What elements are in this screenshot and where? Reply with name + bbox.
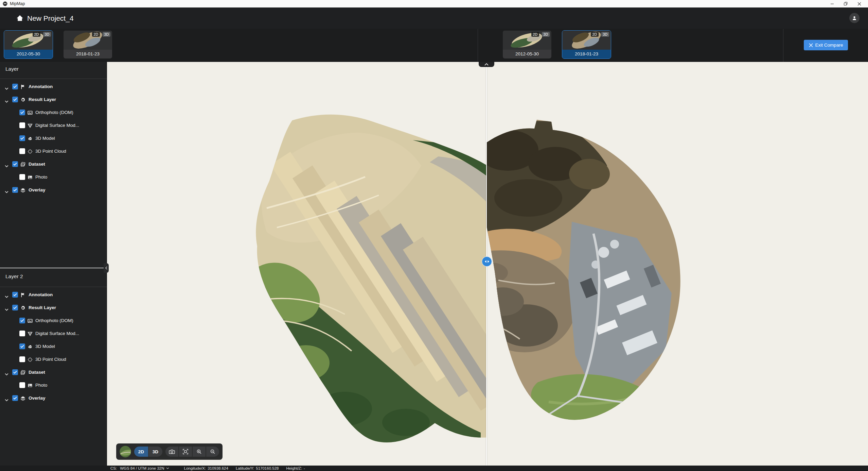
layer-row-result-layer[interactable]: Result Layer	[0, 95, 107, 105]
orthophoto-icon	[28, 318, 33, 323]
badge-3d[interactable]: 3D	[103, 32, 110, 37]
checkbox-checked[interactable]	[12, 292, 18, 298]
close-button[interactable]	[852, 0, 866, 7]
chevron-down-icon[interactable]	[5, 397, 8, 403]
layer-row-annotation[interactable]: Annotation	[0, 82, 107, 92]
layer2-row-annotation[interactable]: Annotation	[0, 290, 107, 300]
divider	[0, 79, 107, 79]
checkbox-checked[interactable]	[12, 187, 18, 193]
checkbox-checked[interactable]	[12, 161, 18, 167]
chevron-down-icon	[166, 467, 169, 469]
checkbox-checked[interactable]	[12, 97, 18, 102]
coordinate-system-selector[interactable]: CS: WGS 84 / UTM zone 32N	[110, 466, 169, 470]
checkbox-checked[interactable]	[12, 84, 18, 89]
chevron-down-icon[interactable]	[5, 85, 8, 91]
badge-2d[interactable]: 2D	[591, 32, 599, 37]
chevron-up-icon	[484, 63, 489, 66]
layer-row-overlay[interactable]: Overlay	[0, 185, 107, 195]
left-right-arrows-icon	[484, 260, 490, 263]
checkbox-unchecked[interactable]	[19, 356, 25, 362]
layer2-row-dsm[interactable]: Digital Surface Mod...	[0, 329, 107, 339]
checkbox-checked[interactable]	[19, 135, 25, 141]
dataset-thumb-right-2012[interactable]: 2D 3D 2012-05-30	[503, 31, 551, 58]
chevron-down-icon[interactable]	[5, 293, 8, 299]
layer2-row-orthophoto[interactable]: Orthophoto (DOM)	[0, 316, 107, 326]
zoom-in-button[interactable]	[193, 447, 206, 457]
sidebar-collapse-handle[interactable]	[104, 263, 109, 273]
layer2-row-3d-model[interactable]: 3D Model	[0, 341, 107, 352]
chevron-down-icon[interactable]	[5, 98, 8, 104]
badge-2d[interactable]: 2D	[33, 32, 40, 37]
badge-2d[interactable]: 2D	[531, 32, 539, 37]
point-cloud-icon	[28, 357, 33, 362]
overlay-icon	[20, 396, 25, 401]
zoom-out-button[interactable]	[206, 447, 219, 457]
exit-compare-button[interactable]: Exit Compare	[804, 40, 848, 50]
zoom-out-icon	[210, 449, 215, 454]
badge-icon	[20, 305, 25, 310]
checkbox-checked[interactable]	[12, 305, 18, 310]
chevron-down-icon[interactable]	[5, 306, 8, 312]
dataset-date-label: 2018-01-23	[562, 50, 611, 58]
checkbox-checked[interactable]	[19, 318, 25, 323]
dataset-thumb-left-2012[interactable]: 2D 3D 2012-05-30	[4, 31, 53, 58]
collapse-thumbbar-tab[interactable]	[479, 62, 494, 67]
longitude-readout: Longitude/X: 310938.624	[184, 466, 228, 470]
longitude-label: Longitude/X:	[184, 466, 206, 470]
checkbox-checked[interactable]	[12, 395, 18, 401]
chevron-down-icon[interactable]	[5, 371, 8, 377]
badge-3d[interactable]: 3D	[542, 32, 550, 37]
dataset-thumb-right-2018[interactable]: 2D 3D 2018-01-23	[562, 31, 611, 58]
checkbox-unchecked[interactable]	[19, 174, 25, 180]
compare-thumbnail-bar: 2D 3D 2012-05-30 2D 3D 2018-01-23 2D 3D	[0, 29, 868, 62]
cs-label: CS:	[110, 466, 117, 470]
dataset-icon	[20, 370, 25, 375]
compare-slider-handle[interactable]	[482, 256, 492, 267]
window-title: MipMap	[10, 1, 25, 6]
orthophoto-icon	[28, 110, 33, 115]
badge-3d[interactable]: 3D	[43, 32, 51, 37]
checkbox-checked[interactable]	[19, 343, 25, 349]
dataset-thumb-left-2018[interactable]: 2D 3D 2018-01-23	[64, 31, 112, 58]
badge-3d[interactable]: 3D	[601, 32, 609, 37]
app-logo-icon	[3, 1, 7, 6]
checkbox-unchecked[interactable]	[19, 382, 25, 388]
layer2-row-point-cloud[interactable]: 3D Point Cloud	[0, 354, 107, 365]
layer2-row-photo[interactable]: Photo	[0, 380, 107, 390]
checkbox-unchecked[interactable]	[19, 148, 25, 154]
checkbox-checked[interactable]	[12, 369, 18, 375]
latitude-readout: Latitude/Y: 5170160.528	[236, 466, 279, 470]
chevron-down-icon[interactable]	[5, 163, 8, 169]
longitude-value: 310938.624	[208, 466, 228, 470]
checkbox-checked[interactable]	[19, 110, 25, 115]
panel-splitter[interactable]	[0, 268, 106, 268]
layer-row-point-cloud[interactable]: 3D Point Cloud	[0, 146, 107, 156]
cs-value: WGS 84 / UTM zone 32N	[120, 466, 164, 470]
checkbox-unchecked[interactable]	[19, 331, 25, 336]
view-2d-button[interactable]: 2D	[134, 447, 148, 457]
layer-row-dataset[interactable]: Dataset	[0, 159, 107, 169]
fit-extent-button[interactable]	[179, 447, 192, 457]
map-viewport[interactable]: 2D 3D	[107, 62, 868, 466]
screenshot-button[interactable]	[165, 447, 178, 457]
basemap-preview-button[interactable]	[120, 446, 131, 457]
view-3d-button[interactable]: 3D	[148, 447, 162, 457]
layer2-row-dataset[interactable]: Dataset	[0, 367, 107, 377]
layer-row-3d-model[interactable]: 3D Model	[0, 133, 107, 144]
orthophoto-2018	[474, 110, 705, 436]
layer-row-dsm[interactable]: Digital Surface Mod...	[0, 120, 107, 131]
layer-row-photo[interactable]: Photo	[0, 172, 107, 182]
layer2-row-result-layer[interactable]: Result Layer	[0, 303, 107, 313]
home-icon[interactable]	[16, 15, 23, 21]
restore-button[interactable]	[839, 0, 852, 7]
minimize-button[interactable]	[825, 0, 839, 7]
badge-2d[interactable]: 2D	[92, 32, 100, 37]
user-avatar[interactable]	[849, 13, 860, 23]
photo-icon	[28, 175, 33, 180]
height-readout: Height/Z: -	[286, 466, 305, 470]
checkbox-unchecked[interactable]	[19, 122, 25, 128]
layer-row-orthophoto[interactable]: Orthophoto (DOM)	[0, 107, 107, 118]
chevron-down-icon[interactable]	[5, 188, 8, 195]
layer2-row-overlay[interactable]: Overlay	[0, 393, 107, 403]
flag-icon	[20, 84, 25, 89]
